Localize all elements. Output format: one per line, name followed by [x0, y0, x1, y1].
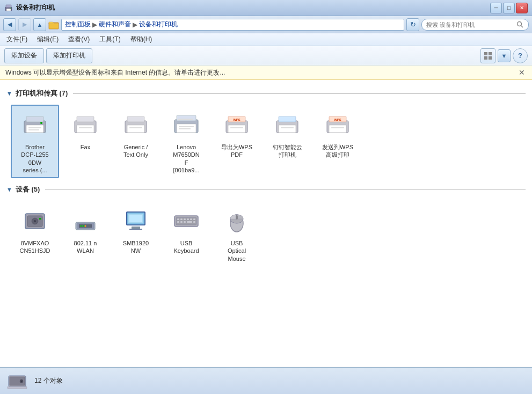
main-content: ▼ 打印机和传真 (7) BrotherDCP-L2550DWseries (.…	[0, 80, 532, 367]
device-icon-brother	[19, 109, 51, 141]
svg-rect-67	[187, 218, 189, 220]
svg-point-83	[21, 381, 22, 382]
title-controls: ─ □ ✕	[490, 3, 528, 13]
device-fax[interactable]: Fax	[61, 105, 110, 178]
search-input[interactable]	[426, 21, 514, 28]
device-generic[interactable]: Generic /Text Only	[112, 105, 160, 178]
device-icon-lenovo	[170, 109, 202, 141]
folder-icon	[48, 19, 59, 30]
devices-collapse-arrow[interactable]: ▼	[6, 186, 12, 193]
title-bar-title: 设备和打印机	[16, 3, 55, 12]
up-button[interactable]: ▲	[33, 18, 46, 31]
minimize-button[interactable]: ─	[490, 3, 502, 13]
menu-view[interactable]: 查看(V)	[64, 34, 94, 45]
svg-rect-49	[39, 218, 41, 220]
device-wlan[interactable]: 802.11 nWLAN	[61, 201, 110, 267]
device-mouse[interactable]: USBOpticalMouse	[213, 201, 261, 267]
notification-bar: Windows 可以显示增强型设备图标和来自 Internet 的信息。请单击进…	[0, 65, 532, 80]
svg-rect-32	[228, 125, 245, 133]
device-label-lenovo: LenovoM7650DNF[001ba9...	[173, 143, 200, 174]
refresh-button[interactable]: ↻	[406, 18, 419, 31]
svg-rect-19	[77, 116, 94, 122]
svg-rect-30	[179, 128, 191, 129]
svg-rect-28	[178, 119, 193, 120]
add-device-button[interactable]: 添加设备	[4, 48, 44, 63]
view-dropdown-button[interactable]: ▼	[498, 49, 511, 62]
maximize-button[interactable]: □	[503, 3, 515, 13]
svg-point-3	[10, 8, 11, 9]
device-icon-fax	[69, 109, 101, 141]
device-icon-keyboard	[170, 205, 202, 237]
svg-rect-68	[190, 218, 192, 220]
device-label-brother: BrotherDCP-L2550DWseries (...	[21, 143, 48, 174]
svg-rect-15	[28, 129, 39, 130]
devices-section-divider	[45, 189, 526, 190]
svg-rect-7	[484, 52, 487, 55]
status-bar: 12 个对象	[0, 367, 532, 394]
svg-point-54	[83, 225, 84, 227]
svg-rect-23	[127, 116, 144, 122]
menu-bar: 文件(F) 编辑(E) 查看(V) 工具(T) 帮助(H)	[0, 33, 532, 46]
svg-rect-13	[26, 116, 43, 122]
notification-close-button[interactable]: ✕	[517, 68, 527, 77]
title-bar-icon	[4, 4, 13, 12]
device-label-hdd: 8VMFXAOCN51HSJD	[20, 239, 50, 255]
view-toggle-button[interactable]	[480, 48, 495, 63]
svg-rect-41	[329, 125, 346, 133]
device-icon-mouse	[221, 205, 253, 237]
device-brother[interactable]: BrotherDCP-L2550DWseries (...	[11, 105, 59, 178]
devices-grid: 8VMFXAOCN51HSJD 802.11 nWLAN	[6, 199, 526, 269]
path-hardware[interactable]: 硬件和声音	[99, 20, 131, 29]
device-lenovo[interactable]: LenovoM7650DNF[001ba9...	[162, 105, 210, 178]
path-devices[interactable]: 设备和打印机	[139, 20, 178, 29]
device-dingding[interactable]: 钉钉智能云打印机	[263, 105, 311, 178]
help-button[interactable]: ?	[513, 48, 528, 63]
svg-rect-69	[193, 218, 195, 220]
title-bar: 设备和打印机 ─ □ ✕	[0, 0, 532, 16]
menu-tools[interactable]: 工具(T)	[95, 34, 125, 45]
menu-edit[interactable]: 编辑(E)	[33, 34, 63, 45]
address-path[interactable]: 控制面板 ▶ 硬件和声音 ▶ 设备和打印机	[61, 19, 404, 31]
device-label-mouse: USBOpticalMouse	[228, 239, 246, 262]
device-wps-advanced[interactable]: WPS 发送到WPS高级打印	[314, 105, 362, 178]
device-label-generic: Generic /Text Only	[123, 143, 148, 159]
back-button[interactable]: ◀	[3, 18, 16, 31]
printers-grid: BrotherDCP-L2550DWseries (... Fax	[6, 103, 526, 180]
device-icon-wlan	[69, 205, 101, 237]
svg-rect-20	[79, 127, 92, 128]
device-label-wps-advanced: 发送到WPS高级打印	[322, 143, 353, 159]
svg-rect-22	[127, 125, 144, 133]
path-controlpanel[interactable]: 控制面板	[65, 20, 91, 29]
svg-rect-70	[177, 221, 179, 223]
add-printer-button[interactable]: 添加打印机	[46, 48, 92, 63]
status-bar-icon	[6, 370, 28, 392]
svg-rect-58	[132, 227, 140, 229]
svg-rect-38	[279, 116, 296, 122]
menu-help[interactable]: 帮助(H)	[126, 34, 157, 45]
svg-rect-9	[484, 56, 487, 60]
forward-button[interactable]: ▶	[18, 18, 31, 31]
printers-collapse-arrow[interactable]: ▼	[6, 90, 12, 97]
close-button[interactable]: ✕	[516, 3, 528, 13]
menu-file[interactable]: 文件(F)	[2, 34, 32, 45]
search-bar[interactable]	[421, 19, 529, 31]
svg-rect-73	[187, 221, 192, 223]
svg-rect-10	[489, 56, 492, 60]
device-icon-wps-pdf: WPS	[221, 109, 253, 141]
svg-point-16	[40, 122, 42, 124]
svg-rect-18	[77, 125, 94, 133]
device-hdd[interactable]: 8VMFXAOCN51HSJD	[11, 201, 59, 267]
svg-rect-59	[129, 229, 142, 230]
title-bar-left: 设备和打印机	[4, 3, 55, 12]
svg-rect-37	[279, 125, 296, 133]
device-smb[interactable]: SMB1920NW	[112, 201, 160, 267]
device-wps-pdf[interactable]: WPS 导出为WPSPDF	[213, 105, 261, 178]
device-keyboard[interactable]: USBKeyboard	[162, 201, 210, 267]
svg-rect-64	[177, 218, 179, 220]
status-count: 12 个对象	[34, 376, 63, 385]
search-icon	[516, 21, 524, 28]
svg-point-5	[518, 21, 522, 26]
svg-text:WPS: WPS	[233, 118, 241, 121]
svg-line-6	[521, 25, 523, 27]
device-label-wps-pdf: 导出为WPSPDF	[221, 143, 252, 159]
